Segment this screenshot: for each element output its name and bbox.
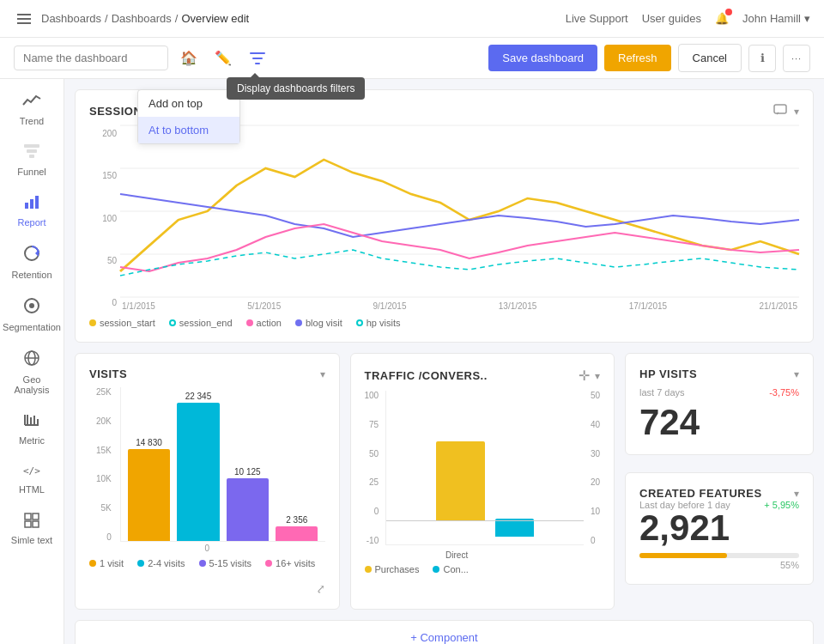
created-features-title: CREATED FEATURES <box>639 487 762 500</box>
refresh-button[interactable]: Refresh <box>604 45 671 71</box>
save-dashboard-button[interactable]: Save dashboard <box>488 45 597 71</box>
sidebar-item-metric[interactable]: Metric <box>3 405 61 453</box>
cf-delta: + 5,95% <box>764 500 799 510</box>
traffic-card: TRAFFIC /CONVERS.. ✛ ▾ 100 75 50 25 0 -1… <box>350 353 615 610</box>
bar-5-15-visits: 10 125 <box>227 467 269 541</box>
traffic-chart-area: 100 75 50 25 0 -10 <box>365 391 601 545</box>
cursor-icon[interactable]: ✏️ <box>209 45 237 72</box>
sidebar-label-trend: Trend <box>20 116 44 126</box>
cf-progress-bar-bg <box>639 553 799 558</box>
svg-rect-5 <box>35 196 39 209</box>
user-guides-link[interactable]: User guides <box>642 12 701 25</box>
dashboard-name-input[interactable] <box>14 46 168 70</box>
traffic-bar-yellow <box>436 441 485 521</box>
cancel-button[interactable]: Cancel <box>678 44 742 72</box>
sidebar-item-segmentation[interactable]: Segmentation <box>3 290 61 339</box>
svg-rect-21 <box>33 513 39 519</box>
nav-links: Live Support User guides 🔔 John Hamill ▾ <box>566 12 810 25</box>
more-button[interactable]: ··· <box>783 45 810 72</box>
legend-action: action <box>246 318 282 328</box>
session-svg-container: 1/1/2015 5/1/2015 9/1/2015 13/1/2015 17/… <box>120 125 799 311</box>
cf-progress-bar-fill <box>639 553 727 558</box>
add-component-button[interactable]: + Component <box>75 620 814 644</box>
content-area: Add on top At to bottom SESSION S/E ▾ 20… <box>64 79 824 644</box>
breadcrumb-dashboards2[interactable]: Dashboards <box>112 12 172 25</box>
bar-16-visits: 2 356 <box>276 515 318 541</box>
breadcrumb: Dashboards / Dashboards / Overview edit <box>41 12 249 25</box>
sidebar-item-html[interactable]: </> HTML <box>3 456 61 501</box>
visits-bar-chart: 25K 20K 15K 10K 5K 0 14 830 <box>89 387 325 542</box>
svg-rect-0 <box>24 144 39 148</box>
svg-marker-7 <box>35 250 39 257</box>
hamburger-menu[interactable] <box>14 10 34 27</box>
legend-dot-session-start <box>89 319 96 326</box>
sidebar-item-funnel[interactable]: Funnel <box>3 137 61 184</box>
dot-purchases <box>365 566 372 573</box>
cf-chevron[interactable]: ▾ <box>794 488 799 500</box>
svg-rect-2 <box>29 155 34 158</box>
sidebar: Trend Funnel Report Retention Segmentati… <box>0 79 64 644</box>
svg-rect-23 <box>33 521 39 527</box>
add-on-top-option[interactable]: Add on top <box>138 90 239 117</box>
user-menu[interactable]: John Hamill ▾ <box>742 12 810 25</box>
sidebar-item-retention[interactable]: Retention <box>3 238 61 287</box>
hp-visits-chevron[interactable]: ▾ <box>794 368 799 380</box>
user-chevron-icon: ▾ <box>804 12 810 25</box>
session-chart-chevron[interactable]: ▾ <box>794 106 799 118</box>
trend-icon <box>22 93 41 112</box>
sidebar-item-geo[interactable]: Geo Analysis <box>3 343 61 402</box>
dot-5-15-visits <box>199 560 206 567</box>
svg-point-9 <box>29 303 34 308</box>
created-features-card: CREATED FEATURES ▾ Last day before 1 day… <box>625 472 814 585</box>
legend-session-start: session_start <box>89 318 155 328</box>
segmentation-icon <box>23 297 40 319</box>
visits-chevron[interactable]: ▾ <box>320 368 325 380</box>
legend-purchases: Purchases <box>365 564 420 574</box>
legend-2-4-visits: 2-4 visits <box>137 558 185 568</box>
legend-dot-session-end <box>169 319 176 326</box>
dot-2-4-visits <box>137 560 144 567</box>
sidebar-item-report[interactable]: Report <box>3 187 61 234</box>
metric-icon <box>23 412 40 432</box>
sidebar-label-report: Report <box>17 217 45 228</box>
right-column: HP VISITS ▾ last 7 days -3,75% 724 CREAT… <box>625 353 814 610</box>
cf-progress-label: 55% <box>639 560 799 570</box>
traffic-chevron[interactable]: ▾ <box>595 370 600 382</box>
simle-icon <box>23 512 40 532</box>
svg-rect-22 <box>25 521 31 527</box>
filter-tooltip: Display dashboards filters <box>227 77 365 100</box>
notification-bell[interactable]: 🔔 <box>715 12 729 25</box>
svg-rect-1 <box>27 149 37 153</box>
svg-rect-20 <box>25 513 31 519</box>
live-support-link[interactable]: Live Support <box>566 12 628 25</box>
add-position-menu: Add on top At to bottom <box>137 89 240 144</box>
breadcrumb-dashboards1[interactable]: Dashboards <box>41 12 101 25</box>
legend-blog-visit: blog visit <box>295 318 342 328</box>
bottom-row: VISITS ▾ 25K 20K 15K 10K 5K 0 <box>75 353 814 610</box>
hp-visits-title: HP VISITS <box>639 368 697 380</box>
traffic-add-icon[interactable]: ✛ <box>579 368 590 384</box>
share-icon[interactable]: ⤤ <box>316 582 325 595</box>
filter-icon[interactable]: Display dashboards filters <box>244 45 271 72</box>
bar-2-4-visits: 22 345 <box>177 392 219 541</box>
svg-rect-3 <box>25 203 28 209</box>
bar-1-visit-rect <box>128 449 170 541</box>
cf-title-row: CREATED FEATURES ▾ <box>639 487 799 500</box>
html-icon: </> <box>23 463 40 481</box>
traffic-legend: Purchases Con... <box>365 564 601 574</box>
session-legend: session_start session_end action blog vi… <box>89 318 799 328</box>
svg-text:</>: </> <box>23 465 40 477</box>
home-icon[interactable]: 🏠 <box>175 45 203 72</box>
traffic-zero-line <box>386 520 584 521</box>
bar-16-visits-rect <box>276 526 318 541</box>
at-to-bottom-option[interactable]: At to bottom <box>138 117 239 143</box>
sidebar-item-simle[interactable]: Simle text <box>3 505 61 552</box>
toolbar-icons: 🏠 ✏️ Display dashboards filters <box>175 45 271 72</box>
breadcrumb-current: Overview edit <box>181 12 249 25</box>
session-comment-icon[interactable] <box>773 104 787 118</box>
info-button[interactable]: ℹ <box>748 45 776 72</box>
dot-con <box>433 566 439 573</box>
sidebar-item-trend[interactable]: Trend <box>3 86 61 133</box>
session-chart-area: 200 150 100 50 0 <box>89 125 799 311</box>
legend-16-visits: 16+ visits <box>265 558 315 568</box>
